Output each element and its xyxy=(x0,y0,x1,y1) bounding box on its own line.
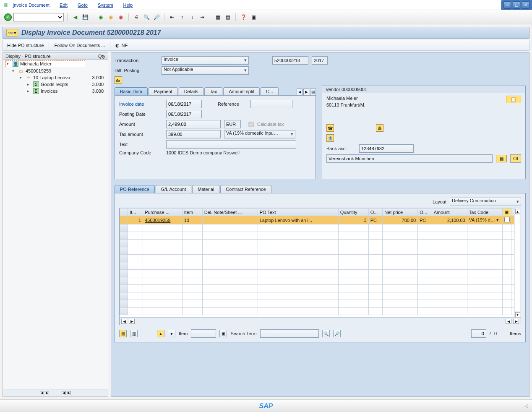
reference-input[interactable] xyxy=(250,100,292,108)
find-icon[interactable]: 🔍 xyxy=(322,330,330,337)
tab-gl-account[interactable]: G/L Account xyxy=(156,185,192,193)
oi-button[interactable]: OI xyxy=(510,154,521,163)
table-row[interactable] xyxy=(120,240,521,247)
table-row[interactable] xyxy=(120,285,521,292)
table-row[interactable]: 1 4500019259 10 Laptop Lenovo with an i.… xyxy=(120,216,521,224)
exit-yellow-icon[interactable]: ◉ xyxy=(107,13,115,21)
menu-invoice-document[interactable]: Invoice Document xyxy=(13,3,50,8)
scroll-right-icon[interactable]: ▶ xyxy=(513,319,519,324)
item-position-input[interactable] xyxy=(191,329,216,338)
expand-icon[interactable]: ▾ xyxy=(7,62,11,66)
transaction-select[interactable]: Invoice xyxy=(162,56,249,65)
tab-contract-reference[interactable]: Contract Reference xyxy=(220,185,271,193)
tab-basic-data[interactable]: Basic Data xyxy=(115,87,148,95)
tab-material[interactable]: Material xyxy=(192,185,219,193)
tab-prev-icon[interactable]: ◀ xyxy=(297,89,303,95)
text-input[interactable] xyxy=(166,140,296,149)
close-button[interactable]: ✕ xyxy=(522,1,529,9)
cell-tax-code[interactable]: VA (19% d… ▾ xyxy=(467,216,502,224)
display-mode-icon[interactable]: 👓▾ xyxy=(6,29,18,37)
tax-amount-input[interactable] xyxy=(166,130,221,138)
vendor-bank-icon[interactable]: 🏦 xyxy=(326,134,334,142)
amount-input[interactable] xyxy=(166,120,221,128)
expand-header-icon[interactable]: 🗁 xyxy=(115,76,122,84)
follow-on-documents[interactable]: Follow-On Documents ... xyxy=(54,43,105,48)
menu-goto[interactable]: Goto xyxy=(78,3,88,8)
back-green-icon[interactable]: ◉ xyxy=(96,13,105,21)
table-row[interactable] xyxy=(120,300,521,308)
scroll-up-icon[interactable]: ▲ xyxy=(515,209,520,214)
menu-system[interactable]: System xyxy=(98,3,113,8)
help-icon[interactable]: ❓ xyxy=(239,13,248,21)
table-row[interactable] xyxy=(120,262,521,270)
next-page-icon[interactable]: ↓ xyxy=(188,13,196,21)
tab-amount-split[interactable]: Amount split xyxy=(223,87,260,95)
col-item[interactable]: Item xyxy=(182,209,202,216)
cell-checkbox[interactable] xyxy=(502,216,511,224)
scroll-right-icon[interactable]: ▶ xyxy=(45,391,49,395)
tab-payment[interactable]: Payment xyxy=(149,87,177,95)
scroll-down-icon[interactable]: ▼ xyxy=(515,312,520,317)
layout-icon[interactable]: ▤ xyxy=(224,13,232,21)
maximize-button[interactable]: ▢ xyxy=(513,1,520,9)
sort-desc-icon[interactable]: ▼ xyxy=(168,330,175,337)
minimize-button[interactable]: ━ xyxy=(503,1,511,9)
table-row[interactable] xyxy=(120,232,521,240)
back-icon[interactable]: ◀ xyxy=(71,13,79,21)
scroll-left-icon[interactable]: ◀ xyxy=(40,391,44,395)
status-triangle-icon[interactable]: ◁ xyxy=(524,403,528,409)
vendor-details-icon[interactable]: ☎ xyxy=(326,124,334,132)
find-next-icon[interactable]: 🔎 xyxy=(333,330,341,337)
tree-row-goods-receipts[interactable]: ▸ΣGoods recpts 3.000 xyxy=(3,81,108,88)
last-page-icon[interactable]: ⇥ xyxy=(198,13,206,21)
sort-asc-icon[interactable]: ▲ xyxy=(157,330,164,337)
print-icon[interactable]: 🖨 xyxy=(132,13,141,21)
find-icon[interactable]: 🔍 xyxy=(142,13,151,21)
deselect-all-icon[interactable]: ▥ xyxy=(130,330,138,337)
first-page-icon[interactable]: ⇤ xyxy=(168,13,176,21)
table-row[interactable] xyxy=(120,308,521,315)
row-selector-header[interactable] xyxy=(120,209,128,216)
cancel-red-icon[interactable]: ◉ xyxy=(117,13,125,21)
col-order-unit[interactable]: O... xyxy=(368,209,383,216)
col-settings-icon[interactable]: ▣ xyxy=(502,209,511,216)
scroll-right-icon[interactable]: ▶ xyxy=(67,391,71,395)
scroll-left-icon[interactable]: ◀ xyxy=(62,391,66,395)
col-delivery-note[interactable]: Del. Note/Sheet ... xyxy=(202,209,258,216)
vendor-address-button[interactable]: 📋 xyxy=(506,96,521,103)
row-selector[interactable] xyxy=(120,216,128,224)
table-row[interactable] xyxy=(120,277,521,285)
tree-row-vendor[interactable]: ▾👤Michaela Meier xyxy=(3,60,108,68)
table-row[interactable] xyxy=(120,270,521,277)
expand-icon[interactable]: ▾ xyxy=(20,76,24,80)
hide-po-structure[interactable]: Hide PO structure xyxy=(7,43,44,48)
col-po-text[interactable]: PO Text xyxy=(258,209,338,216)
tab-po-reference[interactable]: PO Reference xyxy=(115,185,155,193)
posting-date-input[interactable] xyxy=(166,110,202,118)
menu-help[interactable]: Help xyxy=(123,3,133,8)
diff-posting-select[interactable]: Not Applicable xyxy=(162,66,249,75)
col-order-price-unit[interactable]: O... xyxy=(418,209,432,216)
table-row[interactable] xyxy=(120,292,521,300)
col-tax-code[interactable]: Tax Code xyxy=(467,209,502,216)
scroll-left-icon[interactable]: ◀ xyxy=(506,319,511,324)
col-quantity[interactable]: Quantity xyxy=(338,209,368,216)
tree-row-po[interactable]: ▾🗀4500019259 xyxy=(3,68,108,74)
expand-icon[interactable]: ▾ xyxy=(12,69,16,73)
horizontal-scrollbar[interactable]: ◀ ▶ ◀ ▶ xyxy=(120,317,521,325)
scroll-left-icon[interactable]: ◀ xyxy=(121,319,127,324)
nf-button[interactable]: ◐NF xyxy=(115,43,128,48)
col-item-no[interactable]: It... xyxy=(128,209,143,216)
goto-item-icon[interactable]: ▣ xyxy=(219,330,227,337)
tab-details[interactable]: Details xyxy=(179,87,204,95)
save-icon[interactable]: 💾 xyxy=(81,13,89,21)
tab-list-icon[interactable]: ▤ xyxy=(310,89,316,95)
prev-page-icon[interactable]: ↑ xyxy=(178,13,186,21)
bank-details-icon[interactable]: ▦ xyxy=(496,155,507,162)
table-row[interactable] xyxy=(120,247,521,255)
find-next-icon[interactable]: 🔎 xyxy=(152,13,161,21)
expand-icon[interactable]: ▸ xyxy=(27,82,31,86)
tab-next-icon[interactable]: ▶ xyxy=(303,89,309,95)
tab-more[interactable]: C... xyxy=(261,87,279,95)
table-row[interactable] xyxy=(120,255,521,262)
